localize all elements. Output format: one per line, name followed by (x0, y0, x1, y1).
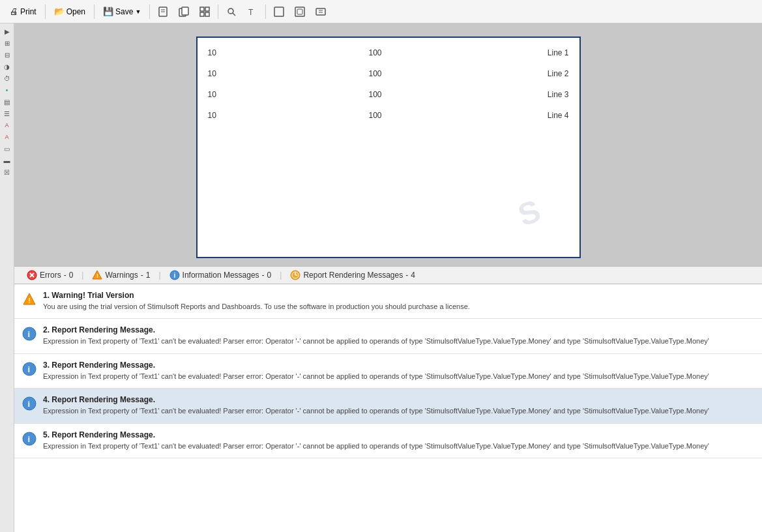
sidebar-icon-halfcircle[interactable]: ◑ (2, 61, 12, 72)
sidebar-icon-clock[interactable]: ⏱ (2, 73, 12, 83)
msg-body: Expression in Text property of 'Text1' c… (43, 406, 754, 416)
open-label: Open (66, 7, 85, 16)
errors-separator: - (64, 271, 66, 280)
col-2: 100 (369, 111, 408, 120)
sidebar-icon-aa2[interactable]: A (2, 132, 12, 142)
table-row: 10 100 Line 1 (208, 48, 569, 57)
sidebar-icon-globe[interactable]: • (2, 85, 12, 95)
tab-errors[interactable]: Errors - 0 (20, 267, 80, 284)
msg-title: 1. Warning! Trial Version (43, 291, 754, 300)
col-2: 100 (369, 69, 408, 78)
col-2: 100 (369, 48, 408, 57)
warnings-separator: - (141, 271, 143, 280)
svg-text:T: T (248, 8, 254, 17)
col-1: 10 (208, 48, 247, 57)
col-1: 10 (208, 111, 247, 120)
svg-text:i: i (28, 434, 31, 444)
svg-rect-12 (274, 7, 284, 16)
list-item[interactable]: i 2. Report Rendering Message. Expressio… (14, 319, 762, 353)
tab-warnings[interactable]: ! Warnings - 1 (85, 267, 157, 284)
save-button[interactable]: 💾 Save ▼ (98, 4, 145, 19)
tab-render[interactable]: Report Rendering Messages - 4 (283, 267, 422, 284)
sidebar-icon-rect1[interactable]: ▭ (2, 143, 12, 154)
svg-text:i: i (28, 364, 31, 374)
warnings-count: 1 (146, 271, 151, 280)
toolbar: 🖨 Print 📂 Open 💾 Save ▼ T (0, 0, 762, 23)
list-item[interactable]: i 5. Report Rendering Message. Expressio… (14, 424, 762, 458)
sidebar-icon-x[interactable]: ☒ (2, 167, 12, 177)
msg-icon-container: ! (22, 292, 37, 306)
svg-rect-7 (200, 12, 204, 16)
print-button[interactable]: 🖨 Print (5, 4, 41, 19)
svg-text:!: ! (29, 297, 31, 304)
separator-3 (149, 5, 150, 19)
report-preview[interactable]: 10 100 Line 1 10 100 Line 2 10 100 Line … (14, 23, 762, 266)
watermark: S (514, 192, 546, 233)
print-icon: 🖨 (10, 7, 18, 16)
tab-info[interactable]: i Information Messages - 0 (162, 267, 279, 284)
tab-sep-2: | (158, 271, 160, 280)
save-dropdown-icon: ▼ (135, 8, 141, 15)
errors-count: 0 (69, 271, 74, 280)
separator-2 (94, 5, 95, 19)
list-item[interactable]: i 4. Report Rendering Message. Expressio… (14, 389, 762, 423)
svg-text:i: i (173, 272, 175, 279)
col-3: Line 2 (530, 69, 569, 78)
page-icon (158, 7, 168, 17)
print-label: Print (20, 7, 37, 16)
warning-icon: ! (92, 270, 102, 280)
col-1: 10 (208, 69, 247, 78)
list-item[interactable]: ! 1. Warning! Trial Version You are usin… (14, 284, 762, 319)
svg-rect-15 (316, 8, 325, 15)
view-mode-btn-2[interactable] (175, 4, 193, 20)
tab-sep-1: | (81, 271, 83, 280)
table-row: 10 100 Line 4 (208, 111, 569, 120)
render-separator: - (405, 271, 408, 280)
zoom-btn-3[interactable] (312, 4, 330, 20)
sidebar-icon-minus[interactable]: ⊟ (2, 50, 12, 60)
col-1: 10 (208, 90, 247, 99)
zoom-btn-2[interactable] (291, 4, 309, 20)
list-item[interactable]: i 3. Report Rendering Message. Expressio… (14, 354, 762, 389)
separator-1 (45, 5, 46, 19)
render-label: Report Rendering Messages (303, 271, 403, 280)
zoom-icon-2 (295, 7, 305, 17)
msg-body: You are using the trial version of Stimu… (43, 302, 754, 312)
render-count: 4 (411, 271, 415, 280)
svg-rect-6 (205, 7, 209, 11)
view-mode-btn-3[interactable] (196, 4, 214, 20)
zoom-icon-3 (315, 7, 326, 17)
text-button[interactable]: T (243, 4, 261, 20)
msg-icon-container: i (22, 362, 37, 376)
svg-rect-8 (205, 12, 209, 16)
svg-rect-4 (182, 7, 188, 15)
sidebar-icon-aa1[interactable]: A (2, 120, 12, 130)
find-icon (226, 7, 237, 17)
sidebar-icon-table[interactable]: ▤ (2, 96, 12, 107)
col-2: 100 (369, 90, 408, 99)
sidebar-icon-list[interactable]: ☰ (2, 108, 12, 119)
msg-body: Expression in Text property of 'Text1' c… (43, 372, 754, 381)
info-icon: i (169, 270, 180, 280)
svg-rect-5 (200, 7, 204, 11)
view-mode-btn-1[interactable] (154, 4, 172, 20)
info-msg-icon: i (22, 432, 37, 446)
find-button[interactable] (222, 4, 241, 20)
svg-line-10 (233, 13, 235, 16)
tab-sep-3: | (280, 271, 282, 280)
zoom-btn-1[interactable] (270, 4, 288, 20)
svg-rect-14 (297, 9, 302, 14)
msg-title: 4. Report Rendering Message. (43, 395, 754, 404)
open-button[interactable]: 📂 Open (50, 4, 90, 19)
msg-icon-container: i (22, 327, 37, 341)
msg-body: Expression in Text property of 'Text1' c… (43, 336, 754, 346)
main-area: ▶ ⊞ ⊟ ◑ ⏱ • ▤ ☰ A A ▭ ▬ ☒ 10 100 Line 1 … (0, 23, 762, 532)
sidebar-icon-arrow[interactable]: ▶ (2, 26, 12, 37)
errors-label: Errors (40, 271, 61, 280)
table-row: 10 100 Line 2 (208, 69, 569, 78)
sidebar-icon-rect2[interactable]: ▬ (2, 155, 12, 166)
save-label: Save (115, 7, 133, 16)
sidebar-icon-grid[interactable]: ⊞ (2, 38, 12, 48)
msg-content: 5. Report Rendering Message. Expression … (43, 430, 754, 451)
table-row: 10 100 Line 3 (208, 90, 569, 99)
